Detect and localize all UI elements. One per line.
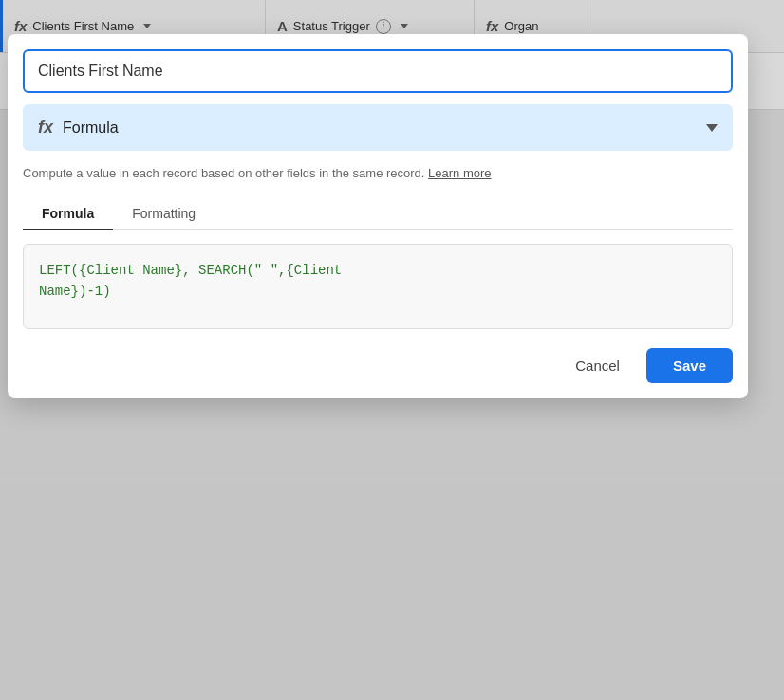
type-selector-left: fx Formula (38, 118, 119, 138)
field-edit-modal: fx Formula Compute a value in each recor… (8, 34, 748, 398)
tab-bar: Formula Formatting (23, 198, 733, 230)
tab-formatting[interactable]: Formatting (113, 198, 215, 230)
cancel-button[interactable]: Cancel (560, 350, 635, 381)
tab-formula[interactable]: Formula (23, 198, 113, 230)
formula-editor[interactable]: LEFT({Client Name}, SEARCH(" ",{ClientNa… (23, 244, 733, 329)
type-selector[interactable]: fx Formula (23, 104, 733, 151)
action-buttons: Cancel Save (23, 348, 733, 383)
field-name-input[interactable] (23, 49, 733, 93)
type-chevron-icon (706, 124, 718, 132)
type-label: Formula (63, 120, 119, 137)
modal-overlay: fx Formula Compute a value in each recor… (0, 0, 784, 700)
save-button[interactable]: Save (646, 348, 733, 383)
formula-type-icon: fx (38, 118, 53, 138)
learn-more-link[interactable]: Learn more (428, 166, 491, 180)
field-description: Compute a value in each record based on … (23, 164, 733, 183)
